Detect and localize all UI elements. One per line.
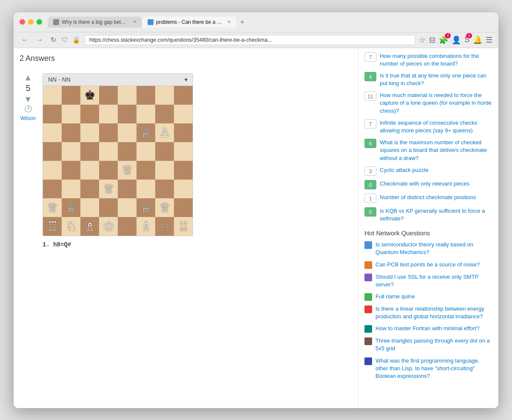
extensions-icon[interactable]: 🧩 4 [439, 35, 448, 45]
square-f8[interactable] [137, 86, 155, 105]
profile-icon[interactable]: 👤 [452, 35, 461, 45]
tab-1-close[interactable]: ✕ [133, 19, 137, 25]
linked-title-7[interactable]: Number of distinct checkmate positions [380, 194, 476, 201]
hot-title-7[interactable]: What was the first programming language,… [375, 357, 492, 380]
square-f7[interactable] [137, 105, 155, 123]
hot-title-0[interactable]: Is semiconductor theory really based on … [375, 241, 492, 256]
square-f5[interactable] [137, 142, 155, 161]
square-g3[interactable] [155, 180, 174, 198]
square-h7[interactable] [174, 105, 193, 123]
square-d6[interactable] [99, 123, 118, 142]
square-g5[interactable] [155, 142, 174, 161]
square-a6[interactable] [43, 123, 62, 142]
square-b1[interactable]: ♘ [62, 217, 80, 236]
square-g4[interactable] [155, 161, 174, 180]
new-tab-button[interactable]: + [237, 17, 247, 28]
hot-title-1[interactable]: Can PCB test points be a source of noise… [375, 261, 480, 269]
linked-title-1[interactable]: Is it true that at any time only one pie… [380, 72, 492, 87]
linked-title-2[interactable]: How much material is needed to force the… [380, 91, 492, 115]
square-e3[interactable] [118, 180, 137, 198]
square-f4[interactable] [137, 161, 155, 180]
square-c6[interactable] [80, 123, 99, 142]
reload-button[interactable]: ↻ [48, 35, 58, 45]
linked-title-0[interactable]: How many possible combinations for the n… [380, 52, 492, 68]
square-h3[interactable] [174, 180, 193, 198]
square-g1[interactable]: ♘ [155, 217, 174, 236]
square-b8[interactable] [62, 86, 80, 105]
square-f6[interactable]: ♕ [137, 123, 155, 142]
square-g2[interactable]: ♕ [155, 198, 174, 217]
square-d2[interactable] [99, 198, 118, 217]
maximize-button[interactable] [37, 19, 42, 25]
square-a7[interactable] [43, 105, 62, 123]
square-b3[interactable] [62, 180, 80, 198]
square-c5[interactable] [80, 142, 99, 161]
square-d4[interactable] [99, 161, 118, 180]
linked-title-6[interactable]: Checkmate with only relevant pieces [380, 180, 469, 188]
square-e8[interactable] [118, 86, 137, 105]
square-a5[interactable] [43, 142, 62, 161]
square-d7[interactable] [99, 105, 118, 123]
square-a4[interactable] [43, 161, 62, 180]
answerer-link[interactable]: Wilson [20, 115, 36, 121]
alert-icon[interactable]: 🔔 [473, 35, 482, 45]
square-e7[interactable] [118, 105, 137, 123]
vote-up-button[interactable]: ▲ [24, 73, 32, 82]
square-h2[interactable] [174, 198, 193, 217]
square-c3[interactable] [80, 180, 99, 198]
tab-2[interactable]: problems - Can there be a chec... ✕ [142, 17, 236, 28]
linked-title-8[interactable]: Is KQB vs KP generally sufficient to for… [380, 207, 492, 223]
square-h5[interactable] [174, 142, 193, 161]
linked-title-3[interactable]: Infinite sequence of consecutive checks … [380, 119, 492, 134]
tab-1[interactable]: Why is there a big gap between... ✕ [48, 17, 142, 28]
square-h8[interactable] [174, 86, 193, 105]
hot-title-4[interactable]: Is there a linear relationship between e… [375, 305, 492, 320]
vote-down-button[interactable]: ▼ [24, 95, 32, 103]
square-e6[interactable] [118, 123, 137, 142]
square-a2[interactable]: ♕ [43, 198, 62, 217]
square-b4[interactable] [62, 161, 80, 180]
square-e2[interactable] [118, 198, 137, 217]
square-d1[interactable]: ♔ [99, 217, 118, 236]
square-g8[interactable] [155, 86, 174, 105]
hot-title-3[interactable]: Full name quine [375, 293, 415, 300]
square-b7[interactable] [62, 105, 80, 123]
square-b6[interactable] [62, 123, 80, 142]
tab-2-close[interactable]: ✕ [227, 19, 231, 25]
square-c8[interactable]: ♚ [80, 86, 99, 105]
square-f2[interactable]: ♕ [137, 198, 155, 217]
square-d8[interactable] [99, 86, 118, 105]
hot-title-6[interactable]: Three triangles passing through every do… [375, 337, 492, 352]
linked-title-4[interactable]: What is the maximum number of checked sq… [380, 139, 492, 162]
forward-button[interactable]: → [34, 35, 45, 45]
minimize-button[interactable] [28, 19, 34, 25]
square-h6[interactable] [174, 123, 193, 142]
hot-title-5[interactable]: How to master Fortran with minimal effor… [375, 325, 480, 332]
square-b5[interactable] [62, 142, 80, 161]
square-d5[interactable] [99, 142, 118, 161]
answer-history-icon[interactable]: 🕐 [24, 105, 32, 113]
hot-title-2[interactable]: Should I use SSL for a receive only SMTP… [375, 273, 492, 289]
square-c4[interactable] [80, 161, 99, 180]
address-input[interactable] [85, 35, 415, 45]
close-button[interactable] [20, 19, 25, 25]
square-c7[interactable] [80, 105, 99, 123]
square-f3[interactable] [137, 180, 155, 198]
square-h4[interactable] [174, 161, 193, 180]
menu-icon[interactable]: ☰ [486, 35, 492, 45]
square-d3[interactable]: ♕ [99, 180, 118, 198]
reading-list-icon[interactable]: ⊟ [429, 35, 435, 45]
square-a8[interactable] [43, 86, 62, 105]
square-f1[interactable]: ♗ [137, 217, 155, 236]
notifications-icon[interactable]: S 9 [464, 35, 469, 44]
square-g6[interactable]: ♙ [155, 123, 174, 142]
square-e1[interactable] [118, 217, 137, 236]
bookmark-icon[interactable]: ☆ [419, 35, 426, 45]
board-dropdown-button[interactable]: ▾ [185, 76, 188, 83]
square-a1[interactable]: ♖ [43, 217, 62, 236]
square-g7[interactable] [155, 105, 174, 123]
square-h1[interactable]: ♖ [174, 217, 193, 236]
square-e5[interactable] [118, 142, 137, 161]
square-c2[interactable] [80, 198, 99, 217]
square-b2[interactable]: ♕ [62, 198, 80, 217]
